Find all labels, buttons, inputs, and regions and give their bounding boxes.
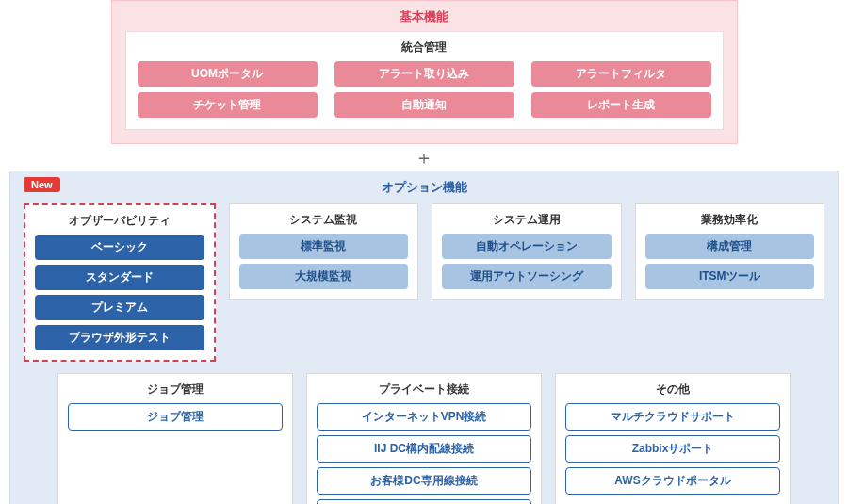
- feature-pill: アラート取り込み: [334, 61, 514, 87]
- option-pill: AWSクラウドポータル: [565, 467, 780, 495]
- feature-pill: 自動通知: [334, 92, 514, 118]
- private-connection-card: プライベート接続 インターネットVPN接続 IIJ DC構内配線接続 お客様DC…: [306, 373, 542, 504]
- option-row-bottom: ジョブ管理 ジョブ管理 プライベート接続 インターネットVPN接続 IIJ DC…: [24, 373, 824, 504]
- system-monitoring-card: システム監視 標準監視 大規模監視: [229, 203, 419, 300]
- option-pill: 自動オペレーション: [442, 234, 612, 259]
- option-features-panel: New オプション機能 オブザーバビリティ ベーシック スタンダード プレミアム…: [9, 171, 839, 504]
- others-card: その他 マルチクラウドサポート Zabbixサポート AWSクラウドポータル: [555, 373, 791, 504]
- pill-list: 標準監視 大規模監視: [239, 234, 409, 289]
- option-features-title: オプション機能: [24, 179, 824, 196]
- option-pill: IIJプライベートバックボーン接続: [317, 499, 531, 504]
- feature-pill: レポート生成: [531, 92, 711, 118]
- pill-list: ジョブ管理: [68, 403, 283, 431]
- basic-features-title: 基本機能: [125, 8, 724, 25]
- option-pill: スタンダード: [35, 265, 204, 290]
- business-efficiency-card: 業務効率化 構成管理 ITSMツール: [635, 203, 825, 300]
- option-pill: プレミアム: [35, 295, 204, 320]
- pill-list: 自動オペレーション 運用アウトソーシング: [442, 234, 612, 289]
- plus-separator: ＋: [0, 148, 848, 167]
- card-title: 業務効率化: [645, 212, 815, 228]
- pill-list: インターネットVPN接続 IIJ DC構内配線接続 お客様DC専用線接続 IIJ…: [317, 403, 531, 504]
- option-row-top: オブザーバビリティ ベーシック スタンダード プレミアム ブラウザ外形テスト シ…: [24, 203, 824, 362]
- option-pill: ベーシック: [35, 235, 204, 260]
- card-title: オブザーバビリティ: [35, 213, 204, 229]
- option-pill: Zabbixサポート: [565, 435, 780, 463]
- job-management-card: ジョブ管理 ジョブ管理: [57, 373, 293, 504]
- option-pill: 標準監視: [239, 234, 409, 259]
- pill-list: 構成管理 ITSMツール: [645, 234, 815, 289]
- feature-pill: アラートフィルタ: [531, 61, 711, 87]
- option-pill: ジョブ管理: [68, 403, 283, 431]
- feature-pill: UOMポータル: [138, 61, 318, 87]
- option-pill: IIJ DC構内配線接続: [317, 435, 531, 463]
- card-title: その他: [565, 382, 780, 398]
- system-operation-card: システム運用 自動オペレーション 運用アウトソーシング: [432, 203, 622, 300]
- basic-row-2: チケット管理 自動通知 レポート生成: [138, 92, 711, 118]
- basic-features-panel: 基本機能 統合管理 UOMポータル アラート取り込み アラートフィルタ チケット…: [111, 0, 738, 144]
- feature-pill: チケット管理: [138, 92, 318, 118]
- basic-row-1: UOMポータル アラート取り込み アラートフィルタ: [138, 61, 711, 87]
- option-pill: マルチクラウドサポート: [565, 403, 780, 431]
- option-pill: 構成管理: [645, 234, 815, 259]
- option-pill: ITSMツール: [645, 264, 815, 289]
- option-pill: ブラウザ外形テスト: [35, 325, 204, 350]
- pill-list: マルチクラウドサポート Zabbixサポート AWSクラウドポータル: [565, 403, 780, 495]
- integrated-management-title: 統合管理: [138, 40, 711, 56]
- card-title: プライベート接続: [317, 382, 531, 398]
- card-title: システム運用: [442, 212, 612, 228]
- integrated-management-box: 統合管理 UOMポータル アラート取り込み アラートフィルタ チケット管理 自動…: [125, 31, 724, 130]
- option-pill: お客様DC専用線接続: [317, 467, 531, 495]
- option-pill: インターネットVPN接続: [317, 403, 531, 431]
- card-title: システム監視: [239, 212, 409, 228]
- card-title: ジョブ管理: [68, 382, 283, 398]
- observability-card: オブザーバビリティ ベーシック スタンダード プレミアム ブラウザ外形テスト: [24, 203, 216, 362]
- option-pill: 運用アウトソーシング: [442, 264, 612, 289]
- pill-list: ベーシック スタンダード プレミアム ブラウザ外形テスト: [35, 235, 204, 350]
- option-pill: 大規模監視: [239, 264, 409, 289]
- new-badge: New: [24, 177, 60, 192]
